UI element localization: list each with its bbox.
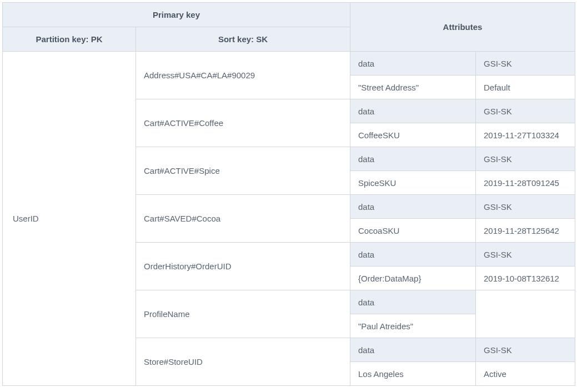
- attr-label-gsi-sk: GSI-SK: [476, 195, 575, 219]
- attr-value-gsi-sk: 2019-10-08T132612: [476, 267, 575, 290]
- attr-value-data: "Paul Atreides": [350, 314, 476, 338]
- attr-label-data: data: [350, 290, 476, 314]
- attr-label-gsi-sk: GSI-SK: [476, 99, 575, 123]
- attr-label-data: data: [350, 99, 476, 123]
- partition-key-cell: UserID: [3, 52, 136, 386]
- sort-key-cell: Address#USA#CA#LA#90029: [136, 52, 350, 99]
- attr-label-data: data: [350, 243, 476, 267]
- attr-value-data: SpiceSKU: [350, 171, 476, 195]
- sort-key-cell: OrderHistory#OrderUID: [136, 243, 350, 290]
- sort-key-cell: Cart#SAVED#Cocoa: [136, 195, 350, 243]
- attr-label-data: data: [350, 52, 476, 76]
- attr-label-gsi-sk: GSI-SK: [476, 147, 575, 171]
- header-sort-key: Sort key: SK: [136, 27, 350, 52]
- attr-value-gsi-sk: 2019-11-28T091245: [476, 171, 575, 195]
- header-attributes: Attributes: [350, 3, 575, 52]
- attr-value-data: CoffeeSKU: [350, 123, 476, 147]
- attr-value-data: CocoaSKU: [350, 219, 476, 243]
- sort-key-cell: ProfileName: [136, 290, 350, 338]
- attr-value-data: Los Angeles: [350, 362, 476, 386]
- attr-label-data: data: [350, 147, 476, 171]
- sort-key-cell: Cart#ACTIVE#Coffee: [136, 99, 350, 147]
- sort-key-cell: Store#StoreUID: [136, 338, 350, 386]
- attr-value-data: "Street Address": [350, 76, 476, 99]
- attr-label-gsi-sk: GSI-SK: [476, 52, 575, 76]
- attr-label-data: data: [350, 195, 476, 219]
- attr-value-data: {Order:DataMap}: [350, 267, 476, 290]
- attr-value-gsi-sk: 2019-11-28T125642: [476, 219, 575, 243]
- sort-key-cell: Cart#ACTIVE#Spice: [136, 147, 350, 195]
- header-primary-key: Primary key: [3, 3, 350, 27]
- attr-label-gsi-sk: GSI-SK: [476, 338, 575, 362]
- attr-value-gsi-sk: Active: [476, 362, 575, 386]
- attr-value-gsi-sk: 2019-11-27T103324: [476, 123, 575, 147]
- attr-value-gsi-sk: Default: [476, 76, 575, 99]
- attr-value-gsi-sk-empty: [476, 290, 575, 338]
- attr-label-data: data: [350, 338, 476, 362]
- header-partition-key: Partition key: PK: [3, 27, 136, 52]
- attr-label-gsi-sk: GSI-SK: [476, 243, 575, 267]
- dynamodb-facet-table: Primary key Attributes Partition key: PK…: [2, 2, 575, 386]
